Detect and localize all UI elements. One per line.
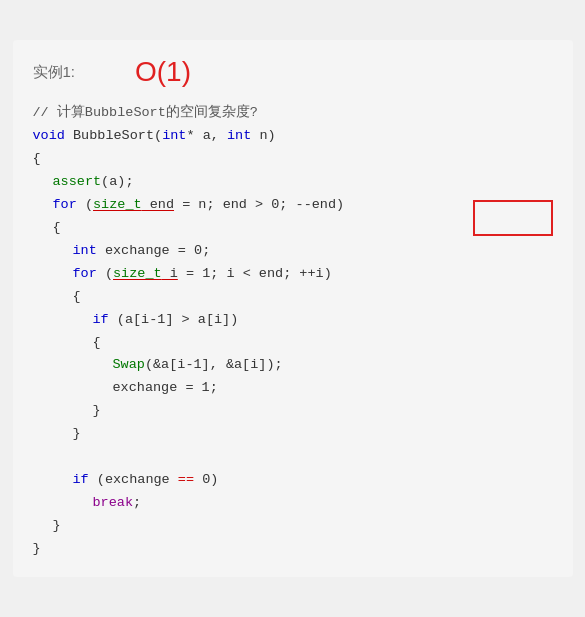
code-line-17: } <box>33 515 553 538</box>
code-line-3: assert(a); <box>33 171 553 194</box>
code-line-1: void BubbleSort(int* a, int n) <box>33 125 553 148</box>
code-line-10: { <box>33 332 553 355</box>
code-line-8: { <box>33 286 553 309</box>
header-row: 实例1: O(1) <box>33 56 553 88</box>
code-line-11: Swap(&a[i-1], &a[i]); <box>33 354 553 377</box>
code-line-7: for (size_t i = 1; i < end; ++i) <box>33 263 553 286</box>
code-line-5: { <box>33 217 553 240</box>
void-keyword: void <box>33 128 65 143</box>
code-line-18: } <box>33 538 553 561</box>
code-line-13: } <box>33 400 553 423</box>
code-line-comment: // 计算BubbleSort的空间复杂度? <box>33 102 553 125</box>
example-label: 实例1: <box>33 63 76 82</box>
main-container: 实例1: O(1) // 计算BubbleSort的空间复杂度? void Bu… <box>13 40 573 577</box>
code-line-14: } <box>33 423 553 446</box>
code-block: // 计算BubbleSort的空间复杂度? void BubbleSort(i… <box>33 102 553 561</box>
comment-text: // 计算BubbleSort的空间复杂度? <box>33 105 258 120</box>
code-line-15: if (exchange == 0) <box>33 469 553 492</box>
code-line-empty <box>33 446 553 469</box>
code-line-2: { <box>33 148 553 171</box>
code-line-12: exchange = 1; <box>33 377 553 400</box>
code-line-16: break; <box>33 492 553 515</box>
code-line-9: if (a[i-1] > a[i]) <box>33 309 553 332</box>
code-line-4: for (size_t end = n; end > 0; --end) <box>33 194 553 217</box>
code-line-6: int exchange = 0; <box>33 240 553 263</box>
complexity-label: O(1) <box>135 56 191 88</box>
